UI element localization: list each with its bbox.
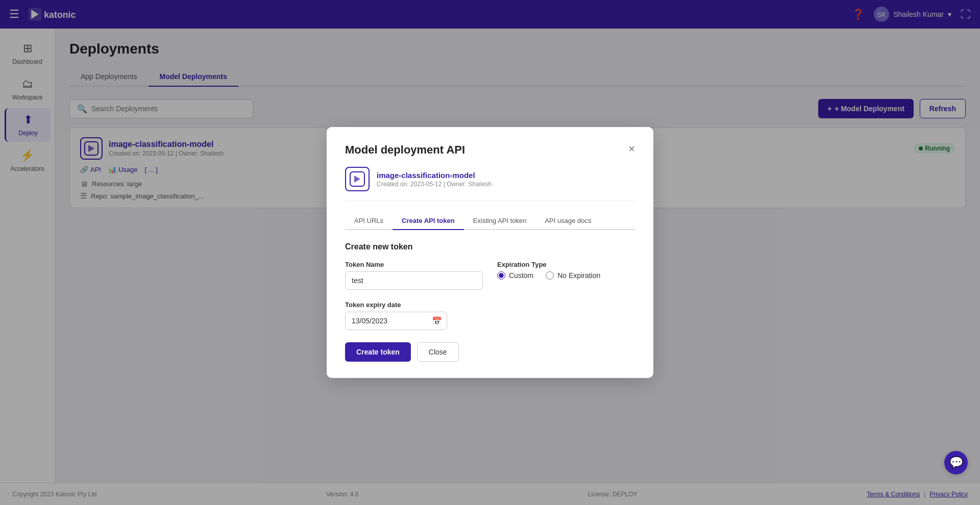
modal: Model deployment API × image-classificat…	[327, 127, 653, 378]
token-name-input[interactable]	[345, 271, 483, 290]
token-name-group: Token Name	[345, 261, 483, 290]
chat-bubble-icon: 💬	[949, 456, 963, 469]
token-name-label: Token Name	[345, 261, 483, 268]
modal-header: Model deployment API ×	[345, 143, 635, 157]
radio-no-expiration-input[interactable]	[546, 271, 554, 280]
svg-marker-6	[354, 175, 360, 183]
close-modal-button[interactable]: ×	[628, 143, 635, 155]
token-expiry-label: Token expiry date	[345, 301, 635, 309]
tab-api-usage-docs[interactable]: API usage docs	[535, 212, 600, 230]
expiration-type-label: Expiration Type	[497, 261, 635, 268]
modal-tabs: API URLs Create API token Existing API t…	[345, 212, 635, 230]
modal-overlay[interactable]: Model deployment API × image-classificat…	[0, 0, 980, 505]
modal-model-info: image-classification-model Created on: 2…	[345, 167, 635, 201]
radio-no-expiration-label: No Expiration	[557, 271, 600, 280]
modal-model-name: image-classification-model	[377, 171, 492, 180]
token-expiry-group: Token expiry date 📅	[345, 301, 635, 330]
modal-footer: Create token Close	[345, 342, 635, 362]
radio-group-expiration: Custom No Expiration	[497, 271, 635, 280]
modal-model-text: image-classification-model Created on: 2…	[377, 171, 492, 188]
modal-model-meta: Created on: 2023-05-12 | Owner: Shailesh	[377, 181, 492, 188]
token-expiry-input[interactable]	[345, 312, 447, 330]
expiration-type-group: Expiration Type Custom No Expiration	[497, 261, 635, 280]
close-button[interactable]: Close	[417, 342, 459, 362]
modal-title: Model deployment API	[345, 143, 465, 157]
modal-model-icon	[345, 167, 370, 191]
radio-custom-label: Custom	[509, 271, 533, 280]
radio-custom-input[interactable]	[497, 271, 505, 280]
radio-no-expiration[interactable]: No Expiration	[546, 271, 600, 280]
tab-api-urls[interactable]: API URLs	[345, 212, 393, 230]
create-token-button[interactable]: Create token	[345, 342, 411, 362]
create-new-token-heading: Create new token	[345, 242, 635, 251]
chat-bubble[interactable]: 💬	[944, 451, 968, 474]
radio-custom[interactable]: Custom	[497, 271, 533, 280]
date-input-wrap: 📅	[345, 312, 447, 330]
tab-create-api-token[interactable]: Create API token	[393, 212, 464, 230]
form-row-1: Token Name Expiration Type Custom No Exp…	[345, 261, 635, 290]
tab-existing-api-token[interactable]: Existing API token	[464, 212, 536, 230]
